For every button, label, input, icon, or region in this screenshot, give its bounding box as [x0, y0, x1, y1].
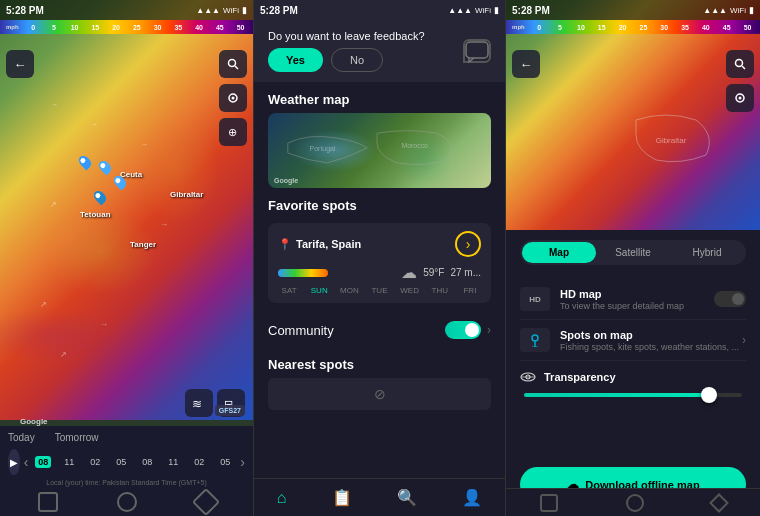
time-slot-4[interactable]: 08: [136, 457, 158, 467]
wind-indicator: [278, 269, 328, 277]
nav-square-right-2[interactable]: [709, 493, 729, 513]
svg-line-1: [235, 66, 238, 69]
svg-line-12: [742, 66, 745, 69]
timeline-panel: Today Tomorrow ▶ ‹ 08 11 02 05 08 11: [0, 426, 253, 516]
community-toggle[interactable]: [445, 321, 481, 339]
tab-satellite[interactable]: Satellite: [596, 242, 670, 263]
location-pin-icon: 📍: [278, 238, 292, 251]
transparency-row: Transparency: [520, 361, 746, 405]
speed-label-30: 30: [147, 24, 168, 31]
search-button-right[interactable]: [726, 50, 754, 78]
status-bar-left: 5:28 PM ▲▲▲ WiFi ▮: [0, 0, 253, 20]
status-time-center: 5:28 PM: [260, 5, 298, 16]
time-num-7: 05: [220, 457, 230, 467]
layers-button-left[interactable]: ⊕: [219, 118, 247, 146]
svg-text:⊕: ⊕: [228, 126, 237, 138]
today-label: Today: [8, 432, 35, 443]
map-background-left: [0, 0, 253, 420]
transparency-slider[interactable]: [524, 393, 742, 397]
community-row[interactable]: Community ›: [254, 313, 505, 347]
nav-square-2[interactable]: [191, 488, 219, 516]
status-icons-right: ▲▲▲ WiFi ▮: [703, 5, 754, 15]
wind-filter-button[interactable]: ≋: [185, 389, 213, 417]
speed-label-25: 25: [127, 24, 148, 31]
time-slot-6[interactable]: 02: [188, 457, 210, 467]
wind-arrow-7: →: [100, 320, 108, 329]
panel-map-right: Gibraltar 5:28 PM ▲▲▲ WiFi ▮ mph 0 5 10 …: [506, 0, 760, 516]
spot-weather-row: ☁ 59°F 27 m...: [278, 263, 481, 282]
svg-point-11: [736, 60, 743, 67]
timeline-back-arrow[interactable]: ‹: [24, 454, 29, 470]
wind-arrow-2: →: [90, 120, 98, 129]
wind-arrow-3: →: [140, 140, 148, 149]
tab-hybrid[interactable]: Hybrid: [670, 242, 744, 263]
settings-panel: Map Satellite Hybrid HD HD map To view t…: [506, 230, 760, 516]
location-button-left[interactable]: [219, 84, 247, 112]
speed-label-mph: mph: [2, 24, 23, 30]
hd-map-text: HD map To view the super detailed map: [560, 288, 714, 311]
spot-name: Tarifa, Spain: [296, 238, 361, 250]
time-slot-3[interactable]: 05: [110, 457, 132, 467]
favorite-spots-title: Favorite spots: [254, 188, 505, 219]
hd-icon: HD: [529, 295, 541, 304]
hd-map-toggle[interactable]: [714, 291, 746, 307]
nav-map-icon[interactable]: 📋: [332, 488, 352, 507]
feedback-yes-button[interactable]: Yes: [268, 48, 323, 72]
bottom-nav-center: ⌂ 📋 🔍 👤: [254, 478, 505, 516]
forecast-sun: SUN: [308, 286, 330, 295]
search-button-left[interactable]: [219, 50, 247, 78]
spots-on-map-text: Spots on map Fishing spots, kite spots, …: [560, 329, 742, 352]
nav-profile-icon[interactable]: 👤: [462, 488, 482, 507]
spots-map-icon-box: [520, 328, 550, 352]
spot-card-tarifa[interactable]: 📍 Tarifa, Spain › ☁ 59°F 27 m... SAT SUN…: [268, 223, 491, 303]
back-button-left[interactable]: ←: [6, 50, 34, 78]
time-slot-0[interactable]: 08: [32, 456, 54, 468]
speed-labels-left: mph 0 5 10 15 20 25 30 35 40 45 50: [0, 20, 253, 34]
nav-square-1[interactable]: [38, 492, 58, 512]
transparency-title-row: Transparency: [520, 369, 746, 385]
time-slot-7[interactable]: 05: [214, 457, 236, 467]
panel-center: 5:28 PM ▲▲▲ WiFi ▮ Do you want to leave …: [253, 0, 506, 516]
nav-square-right-1[interactable]: [540, 494, 558, 512]
community-right: ›: [445, 321, 491, 339]
timeline-header: Today Tomorrow: [8, 432, 245, 443]
svg-text:Portugal: Portugal: [310, 145, 336, 153]
battery-icon-right: ▮: [749, 5, 754, 15]
svg-text:≋: ≋: [192, 397, 202, 410]
status-icons-center: ▲▲▲ WiFi ▮: [448, 5, 499, 15]
spots-on-map-row[interactable]: Spots on map Fishing spots, kite spots, …: [520, 320, 746, 361]
play-button[interactable]: ▶: [8, 449, 20, 475]
label-tangier: Tanger: [130, 240, 156, 249]
speed-label-50: 50: [230, 24, 251, 31]
spot-location: 📍 Tarifa, Spain ›: [278, 231, 481, 257]
time-slot-1[interactable]: 11: [58, 457, 80, 467]
time-slot-5[interactable]: 11: [162, 457, 184, 467]
hd-map-label: HD map: [560, 288, 714, 300]
wifi-icon: WiFi: [223, 6, 239, 15]
nav-circle-1[interactable]: [117, 492, 137, 512]
nav-home-icon[interactable]: ⌂: [277, 489, 287, 507]
slider-thumb[interactable]: [701, 387, 717, 403]
time-num-2: 02: [90, 457, 100, 467]
location-button-right[interactable]: [726, 84, 754, 112]
back-button-right[interactable]: ←: [512, 50, 540, 78]
time-slot-2[interactable]: 02: [84, 457, 106, 467]
svg-point-15: [532, 335, 538, 341]
tab-map[interactable]: Map: [522, 242, 596, 263]
spots-on-map-sublabel: Fishing spots, kite spots, weather stati…: [560, 342, 742, 352]
wifi-icon-right: WiFi: [730, 6, 746, 15]
feedback-no-button[interactable]: No: [331, 48, 383, 72]
feedback-buttons: Yes No: [268, 48, 425, 72]
nav-search-icon[interactable]: 🔍: [397, 488, 417, 507]
timeline-forward-arrow[interactable]: ›: [240, 454, 245, 470]
nav-circle-right[interactable]: [626, 494, 644, 512]
spots-chevron-icon: ›: [742, 333, 746, 347]
wind-arrow-5: →: [160, 220, 168, 229]
map-type-tabs: Map Satellite Hybrid: [520, 240, 746, 265]
feedback-bar: Do you want to leave feedback? Yes No: [254, 20, 505, 82]
wind-arrow-4: ↗: [50, 200, 57, 209]
nearest-spots-input[interactable]: ⊘: [268, 378, 491, 410]
weather-map-thumbnail[interactable]: Portugal Morocco: [268, 113, 491, 188]
status-icons-left: ▲▲▲ WiFi ▮: [196, 5, 247, 15]
spot-nav-button[interactable]: ›: [455, 231, 481, 257]
